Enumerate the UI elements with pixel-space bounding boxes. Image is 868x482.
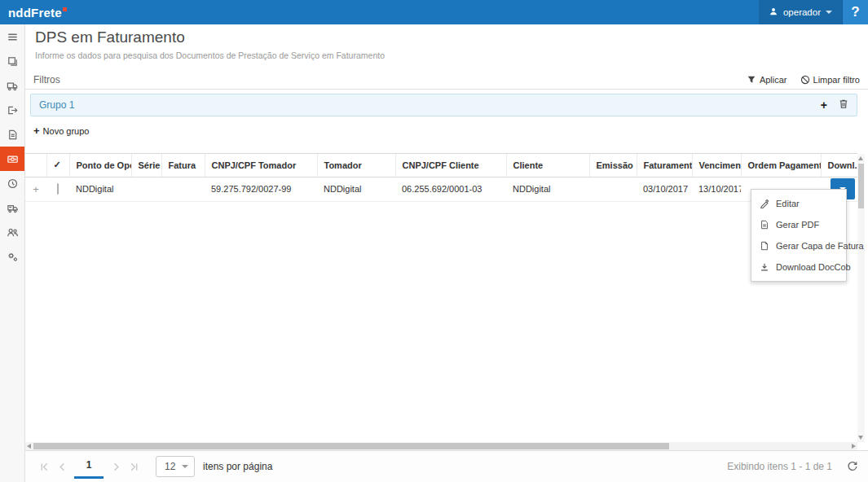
sidebar-item-billing[interactable] [0,147,24,171]
menu-item-label: Download DocCob [776,262,851,272]
horizontal-scroll-thumb[interactable] [33,443,669,449]
sidebar-item-fleet[interactable] [0,195,24,220]
row-expander[interactable]: + [25,177,46,201]
billing-icon [7,153,19,165]
scroll-up-arrow-icon[interactable] [858,156,863,160]
last-page-icon [129,462,139,472]
header-select-all[interactable]: ✓ [46,154,69,177]
vertical-scroll-thumb[interactable] [858,164,864,208]
results-table: ✓ Ponto de Ope... Série Fatura CNPJ/CPF … [25,154,857,202]
chevron-down-icon [826,11,832,14]
sidebar-item-finance[interactable] [0,171,24,195]
user-label: operador [783,7,821,17]
apply-filter-button[interactable]: Aplicar [747,75,787,85]
current-page-button[interactable]: 1 [74,454,104,479]
menu-item-label: Gerar PDF [776,220,819,230]
clear-filter-label: Limpar filtro [813,75,860,85]
export-icon [7,104,19,116]
page-size-select[interactable]: 12 [156,456,195,477]
filters-bar: Filtros Aplicar Limpar filtro [25,71,868,90]
sidebar-item-export[interactable] [0,98,24,122]
add-filter-button[interactable]: + [821,99,827,111]
sidebar-item-menu[interactable] [0,24,24,49]
prev-page-button[interactable] [53,455,71,478]
header-cnpj-cliente[interactable]: CNPJ/CPF Cliente [395,154,506,177]
header-ponto-operacao[interactable]: Ponto de Ope... [69,154,131,177]
pager-status: Exibindo itens 1 - 1 de 1 [727,461,832,472]
cell-cnpj-cliente: 06.255.692/0001-03 [395,177,506,201]
menu-item-gerar-pdf[interactable]: Gerar PDF [751,214,846,235]
page-size-value: 12 [165,461,175,472]
vertical-scrollbar[interactable] [857,154,865,442]
menu-item-label: Gerar Capa de Fatura [776,241,864,251]
scroll-right-arrow-icon[interactable] [852,444,856,449]
trash-icon [839,99,848,109]
topbar: nddFrete operador ? [0,0,868,24]
results-grid: ✓ Ponto de Ope... Série Fatura CNPJ/CPF … [25,153,857,442]
group-name: Grupo 1 [39,99,74,111]
user-icon [769,7,778,18]
topbar-right: operador ? [759,0,868,24]
cell-faturamento: 03/10/2017 [637,177,692,201]
sidebar-item-shipping[interactable] [0,73,24,98]
menu-icon [7,31,19,43]
page-subtitle: Informe os dados para pesquisa dos Docum… [35,50,385,60]
delete-group-button[interactable] [839,98,848,112]
refresh-button[interactable] [847,461,858,472]
header-tomador[interactable]: Tomador [317,154,395,177]
sidebar-item-reports[interactable] [0,122,24,147]
row-checkbox[interactable] [57,183,59,195]
cell-tomador: NDDigital [317,177,395,201]
header-download[interactable]: Downl... [821,154,857,177]
sidebar-item-settings[interactable] [0,244,24,269]
filter-group-panel[interactable]: Grupo 1 + [30,94,857,116]
brand-logo[interactable]: nddFrete [8,6,67,20]
cell-vencimento: 13/10/2017 [692,177,741,201]
page-header: DPS em Faturamento Informe os dados para… [35,28,385,60]
cell-serie [131,177,161,201]
table-row: + NDDigital 59.275.792/0027-99 NDDigital… [25,177,857,201]
cell-ponto-operacao: NDDigital [69,177,131,201]
header-faturamento[interactable]: Faturamento [637,154,692,177]
scroll-down-arrow-icon[interactable] [858,436,863,440]
plus-icon: + [33,125,40,137]
header-fatura[interactable]: Fatura [161,154,205,177]
header-ordem-pagamento[interactable]: Ordem Pagamento [741,154,821,177]
sidebar-item-documents[interactable] [0,49,24,73]
file-cover-icon [760,241,769,251]
cell-cnpj-tomador: 59.275.792/0027-99 [205,177,317,201]
menu-item-editar[interactable]: Editar [751,193,846,214]
scroll-left-arrow-icon[interactable] [27,444,31,449]
header-cnpj-tomador[interactable]: CNPJ/CPF Tomador [205,154,317,177]
new-group-button[interactable]: + Novo grupo [33,125,89,137]
header-emissao[interactable]: Emissão [589,154,637,177]
cell-fatura [161,177,205,201]
header-row: ✓ Ponto de Ope... Série Fatura CNPJ/CPF … [25,154,857,177]
users-icon [7,226,19,239]
page-title: DPS em Faturamento [35,28,385,46]
header-expander [25,154,46,177]
header-vencimento[interactable]: Vencimento [692,154,741,177]
last-page-button[interactable] [125,455,143,478]
header-serie[interactable]: Série [131,154,161,177]
help-button[interactable]: ? [842,0,868,24]
cell-emissao [589,177,637,201]
apply-filter-label: Aplicar [760,75,787,85]
next-page-icon [111,462,121,472]
new-group-label: Novo grupo [43,126,90,136]
first-page-button[interactable] [35,455,53,478]
main-content: DPS em Faturamento Informe os dados para… [25,24,868,482]
sidebar-item-users[interactable] [0,220,24,244]
horizontal-scrollbar[interactable] [25,442,857,450]
clear-filter-button[interactable]: Limpar filtro [800,75,860,85]
download-context-menu: Editar Gerar PDF Gerar Capa de Fatura Do… [751,189,847,282]
next-page-button[interactable] [107,455,125,478]
user-menu-button[interactable]: operador [759,0,842,24]
header-cliente[interactable]: Cliente [506,154,589,177]
download-icon [760,262,769,272]
menu-item-gerar-capa[interactable]: Gerar Capa de Fatura [751,235,846,256]
slash-circle-icon [800,75,810,85]
document-icon [7,129,19,141]
row-checkbox-cell [46,177,69,201]
menu-item-download-doccob[interactable]: Download DocCob [751,256,846,278]
